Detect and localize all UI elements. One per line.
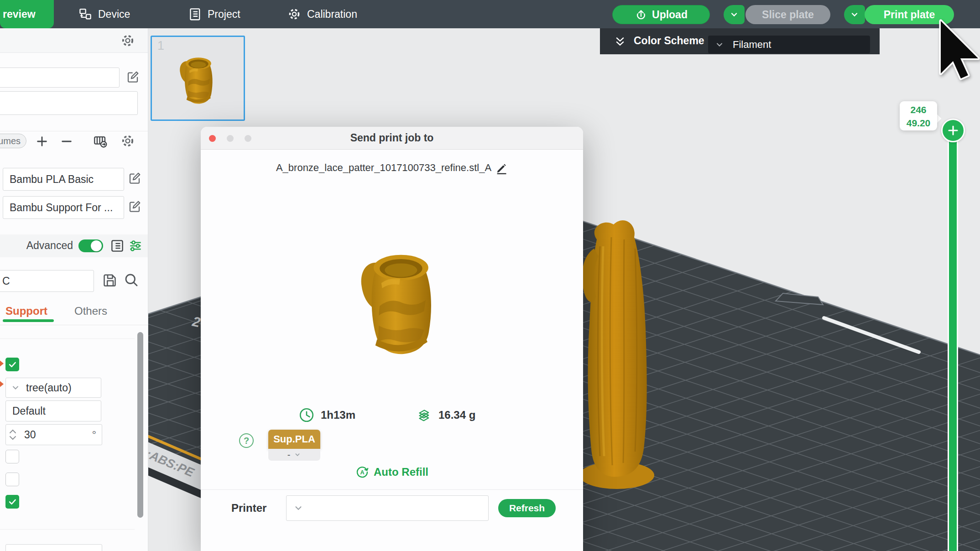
- divider: [0, 529, 135, 530]
- support-type-select[interactable]: tree(auto): [5, 378, 101, 398]
- ams-sync-icon[interactable]: [93, 134, 108, 149]
- chevron-down-icon: [293, 503, 304, 514]
- close-button[interactable]: [209, 135, 216, 142]
- stepper-up-icon[interactable]: [9, 429, 16, 434]
- modified-marker-icon: [0, 360, 4, 367]
- filament-group-pill-label: umes: [0, 136, 21, 146]
- auto-refill-letter: A: [360, 469, 364, 476]
- tab-preview-active[interactable]: review: [0, 0, 54, 28]
- slice-plate-button[interactable]: Slice plate: [745, 5, 830, 24]
- option-checkbox-2[interactable]: [5, 473, 19, 486]
- sidebar-scrollbar[interactable]: [137, 332, 143, 518]
- top-bar: review Device Project Calibration: [0, 0, 980, 28]
- print-dropdown-button[interactable]: [844, 5, 865, 24]
- rename-pencil-icon[interactable]: [495, 161, 508, 174]
- filament-group-pill[interactable]: umes: [0, 134, 26, 148]
- clock-icon: [299, 407, 314, 423]
- layer-number: 246: [900, 103, 937, 116]
- stepper-down-icon[interactable]: [9, 436, 16, 440]
- layer-slider-plus-button[interactable]: [941, 119, 965, 142]
- search-icon[interactable]: [123, 272, 140, 288]
- remove-filament-icon[interactable]: [60, 135, 73, 148]
- job-filename: A_bronze_lace_patter_1017100733_refine.s…: [276, 162, 491, 174]
- check-icon: [7, 359, 17, 369]
- upload-label: Upload: [652, 9, 688, 21]
- plate-thumbnail[interactable]: 1: [151, 36, 245, 121]
- ams-slot-selector[interactable]: -: [268, 449, 320, 461]
- filament-weight-icon: [417, 407, 432, 423]
- angle-unit: °: [92, 428, 96, 441]
- maximize-button[interactable]: [245, 135, 251, 142]
- filament-preset-select[interactable]: Bambu PLA Basic: [3, 168, 124, 191]
- filament-settings-gear-icon[interactable]: [120, 134, 135, 148]
- tab-project-label: Project: [208, 8, 240, 21]
- tab-project[interactable]: Project: [188, 0, 240, 28]
- layer-height: 49.20: [900, 116, 937, 130]
- enable-support-checkbox[interactable]: [5, 358, 19, 371]
- layer-tooltip: 246 49.20: [900, 101, 937, 130]
- printer-select[interactable]: [286, 495, 489, 521]
- support-style-input[interactable]: Default: [5, 400, 101, 421]
- job-model-preview: [353, 240, 447, 359]
- tab-preview-label: review: [3, 8, 36, 21]
- bed-type-select[interactable]: [0, 91, 138, 115]
- ams-filament-chip[interactable]: Sup.PLA -: [268, 430, 320, 461]
- chevron-down-icon: [294, 451, 301, 458]
- auto-refill-label: Auto Refill: [374, 466, 428, 478]
- divider: [0, 131, 148, 131]
- edit-icon[interactable]: [128, 200, 141, 213]
- calibration-icon: [287, 7, 301, 21]
- option-checkbox-3[interactable]: [5, 495, 19, 509]
- save-preset-icon[interactable]: [102, 272, 119, 288]
- advanced-row: Advanced: [0, 234, 148, 257]
- add-filament-icon[interactable]: [36, 135, 48, 148]
- tab-calibration[interactable]: Calibration: [287, 0, 357, 28]
- send-print-job-dialog: Send print job to A_bronze_lace_patter_1…: [201, 127, 583, 551]
- modified-marker-icon: [0, 380, 4, 388]
- slice-dropdown-button[interactable]: [724, 5, 745, 24]
- advanced-toggle[interactable]: [78, 239, 103, 252]
- filament-weight-value: 16.34 g: [438, 409, 475, 421]
- ams-help-icon[interactable]: ?: [239, 433, 254, 448]
- print-time-stat: 1h13m: [299, 407, 355, 423]
- threshold-angle-stepper[interactable]: 30 °: [5, 424, 102, 445]
- color-scheme-select[interactable]: Filament: [708, 36, 870, 53]
- edit-icon[interactable]: [126, 70, 140, 84]
- dialog-title: Send print job to: [201, 127, 583, 149]
- support-filament-select[interactable]: Bambu Support For ...: [3, 196, 124, 219]
- parameter-list-icon[interactable]: [110, 239, 125, 253]
- auto-refill-button[interactable]: A Auto Refill: [201, 465, 583, 479]
- filament-weight-stat: 16.34 g: [417, 407, 475, 423]
- option-checkbox-1[interactable]: [5, 450, 19, 463]
- printer-settings-gear-icon[interactable]: [120, 33, 135, 48]
- printer-select[interactable]: [0, 68, 120, 88]
- search-input[interactable]: C: [0, 270, 94, 292]
- bottom-stepper-partial[interactable]: [5, 544, 102, 551]
- divider: [0, 325, 148, 325]
- plus-icon: [947, 125, 959, 136]
- auto-refill-icon: A: [355, 465, 369, 479]
- plate-number: 1: [157, 39, 164, 53]
- help-glyph: ?: [244, 436, 249, 446]
- upload-icon: [635, 8, 647, 21]
- search-input-value: C: [2, 275, 10, 287]
- support-type-value: tree(auto): [26, 382, 72, 394]
- tab-device[interactable]: Device: [78, 0, 130, 28]
- parameter-tune-icon[interactable]: [128, 239, 143, 253]
- collapse-double-chevron-icon[interactable]: [614, 35, 626, 48]
- edit-icon[interactable]: [128, 172, 141, 185]
- settings-sidebar: umes Bambu PLA Basic Bambu Support For .…: [0, 28, 148, 551]
- upload-button[interactable]: Upload: [612, 5, 710, 24]
- tab-others[interactable]: Others: [74, 305, 107, 317]
- chevron-down-icon: [10, 383, 21, 393]
- print-time-value: 1h13m: [321, 409, 355, 421]
- ams-chip-label: Sup.PLA: [268, 430, 320, 449]
- support-filament-value: Bambu Support For ...: [10, 202, 113, 214]
- layer-slider-track[interactable]: [948, 128, 958, 551]
- slice-plate-label: Slice plate: [762, 9, 814, 21]
- minimize-button[interactable]: [227, 135, 234, 142]
- advanced-label: Advanced: [0, 239, 73, 252]
- refresh-button[interactable]: Refresh: [498, 499, 556, 517]
- mouse-cursor: [939, 19, 980, 80]
- tab-support[interactable]: Support: [5, 305, 47, 317]
